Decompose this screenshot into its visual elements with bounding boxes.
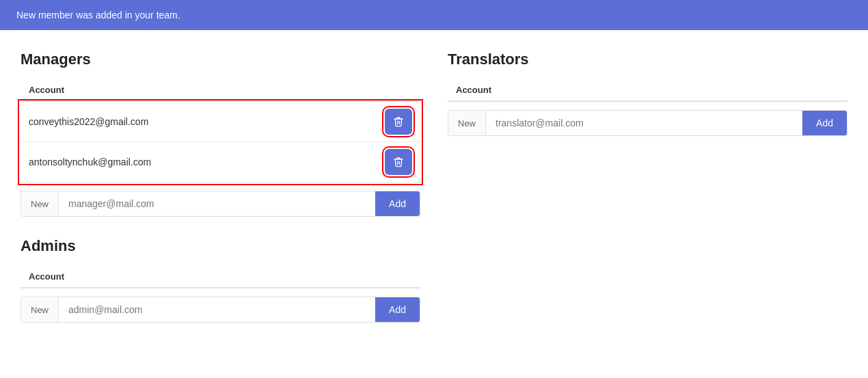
admins-account-header: Account	[21, 266, 420, 288]
add-admin-row: New Add	[21, 297, 420, 323]
add-manager-input[interactable]	[59, 191, 375, 216]
manager-row-1: conveythis2022@gmail.com	[21, 102, 420, 142]
managers-section: Managers Account conveythis2022@gmail.co…	[21, 51, 420, 217]
add-manager-row: New Add	[21, 191, 420, 217]
manager-email-1: conveythis2022@gmail.com	[29, 116, 148, 127]
add-manager-button[interactable]: Add	[375, 191, 420, 216]
managers-delete-group: conveythis2022@gmail.com antonsoltynchu	[21, 102, 420, 183]
add-admin-input[interactable]	[59, 297, 375, 322]
add-admin-label: New	[21, 298, 59, 322]
notification-bar: New member was added in your team.	[0, 0, 868, 30]
delete-manager-1-button[interactable]	[385, 109, 412, 135]
main-content: Managers Account conveythis2022@gmail.co…	[0, 30, 868, 343]
admins-title: Admins	[21, 237, 420, 255]
add-translator-label: New	[448, 111, 486, 135]
delete-manager-2-button[interactable]	[385, 149, 412, 175]
trash-icon	[393, 116, 404, 127]
translators-title: Translators	[448, 51, 847, 68]
translators-section: Translators Account New Add	[448, 51, 847, 323]
add-admin-button[interactable]: Add	[375, 297, 420, 322]
notification-message: New member was added in your team.	[16, 10, 180, 21]
add-translator-button[interactable]: Add	[802, 111, 847, 135]
left-column: Managers Account conveythis2022@gmail.co…	[21, 51, 420, 323]
manager-email-2: antonsoltynchuk@gmail.com	[29, 157, 151, 167]
manager-row-2: antonsoltynchuk@gmail.com	[21, 142, 420, 183]
admins-section: Admins Account New Add	[21, 237, 420, 323]
managers-account-header: Account	[21, 79, 420, 102]
translators-account-header: Account	[448, 79, 847, 102]
managers-title: Managers	[21, 51, 420, 68]
add-translator-input[interactable]	[486, 111, 802, 135]
add-manager-label: New	[21, 192, 59, 216]
trash-icon	[393, 157, 404, 167]
add-translator-row: New Add	[448, 110, 847, 136]
